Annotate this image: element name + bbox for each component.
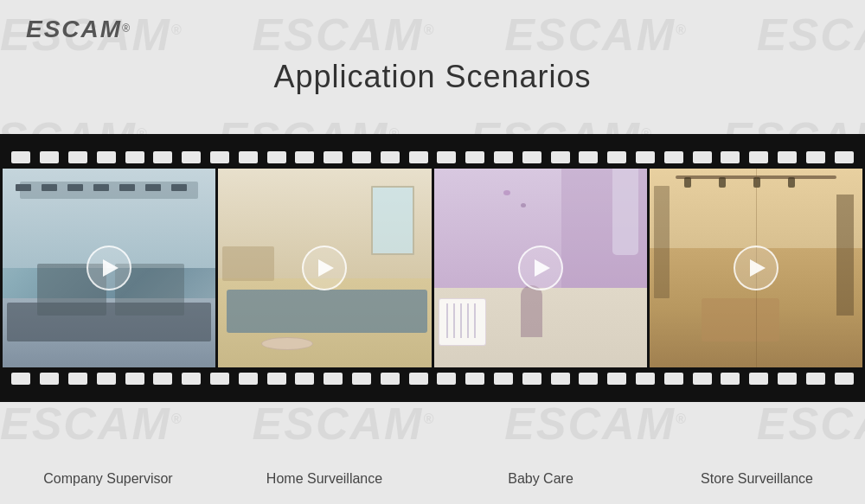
perf — [437, 151, 456, 163]
perf — [381, 151, 400, 163]
perf — [267, 373, 286, 385]
perf — [664, 151, 683, 163]
perf — [40, 151, 59, 163]
perf — [749, 151, 768, 163]
perf — [381, 373, 400, 385]
perf — [11, 373, 30, 385]
perf — [68, 373, 87, 385]
perf — [693, 373, 712, 385]
caption-home-surveillance: Home Surveillance — [216, 471, 432, 487]
perf — [125, 373, 144, 385]
perf — [153, 373, 172, 385]
perf — [721, 151, 740, 163]
logo-registered: ® — [122, 22, 131, 35]
perf — [267, 151, 286, 163]
perf — [11, 151, 30, 163]
caption-store-surveillance: Store Surveillance — [649, 471, 865, 487]
perf — [465, 373, 484, 385]
perf — [522, 373, 541, 385]
perf — [607, 151, 626, 163]
caption-baby-care: Baby Care — [432, 471, 649, 487]
perf — [551, 373, 570, 385]
perf — [97, 373, 116, 385]
perf — [352, 373, 371, 385]
perf — [465, 151, 484, 163]
perf — [636, 373, 655, 385]
filmstrip — [0, 134, 865, 402]
perf — [664, 373, 683, 385]
perf — [97, 151, 116, 163]
perf — [835, 151, 854, 163]
perf — [239, 373, 258, 385]
perf — [210, 151, 229, 163]
play-button-baby[interactable] — [518, 246, 563, 290]
perf — [409, 373, 428, 385]
perf — [551, 151, 570, 163]
perf — [182, 373, 201, 385]
perf — [210, 373, 229, 385]
perf — [182, 151, 201, 163]
scene-captions: Company Supervisor Home Surveillance Bab… — [0, 471, 865, 487]
perf — [324, 373, 343, 385]
perf — [324, 151, 343, 163]
scene-store-surveillance[interactable] — [650, 169, 862, 367]
perf — [437, 373, 456, 385]
perf — [494, 373, 513, 385]
logo-text: ESCAM — [26, 16, 122, 42]
perf — [153, 151, 172, 163]
perf — [522, 151, 541, 163]
film-perforations-bottom — [0, 371, 865, 386]
caption-company-supervisor: Company Supervisor — [0, 471, 216, 487]
perf — [409, 151, 428, 163]
perf — [693, 151, 712, 163]
perf — [68, 151, 87, 163]
perf — [835, 373, 854, 385]
brand-logo: ESCAM® — [26, 16, 131, 43]
perf — [636, 151, 655, 163]
filmstrip-wrapper — [0, 134, 865, 402]
perf — [778, 151, 797, 163]
perf — [125, 151, 144, 163]
perf — [579, 373, 598, 385]
perf — [579, 151, 598, 163]
perf — [494, 151, 513, 163]
perf — [778, 373, 797, 385]
page-title: Application Scenarios — [0, 59, 865, 95]
perf — [239, 151, 258, 163]
scenes-row — [0, 169, 865, 367]
perf — [607, 373, 626, 385]
play-button-company[interactable] — [86, 246, 131, 290]
scene-company-supervisor[interactable] — [3, 169, 215, 367]
film-perforations-top — [0, 150, 865, 165]
play-button-home[interactable] — [302, 246, 347, 290]
perf — [352, 151, 371, 163]
perf — [40, 373, 59, 385]
perf — [806, 151, 825, 163]
scene-baby-care[interactable] — [434, 169, 647, 367]
scene-home-surveillance[interactable] — [218, 169, 431, 367]
perf — [295, 373, 314, 385]
perf — [295, 151, 314, 163]
play-button-store[interactable] — [734, 246, 778, 290]
perf — [749, 373, 768, 385]
perf — [806, 373, 825, 385]
perf — [721, 373, 740, 385]
